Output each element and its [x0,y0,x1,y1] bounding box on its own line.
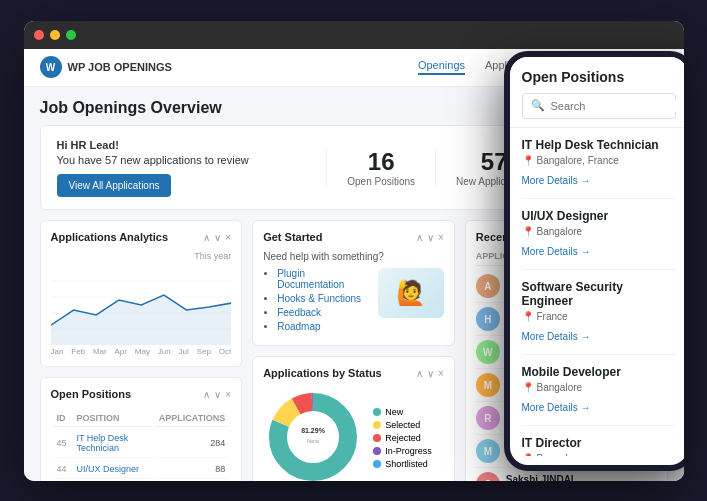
job-location: 📍 Bangalore [522,226,676,237]
donut-chart-container: 81.29% New New [263,387,444,480]
status-up[interactable]: ∧ [416,368,423,379]
get-started-content: Need help with something? Plugin Documen… [263,251,444,335]
avatar: H [476,307,500,331]
mobile-header: Open Positions 🔍 ≡ [510,57,684,128]
location-icon: 📍 [522,311,534,322]
mobile-title: Open Positions [522,69,676,85]
job-title: Mobile Developer [522,365,676,379]
job-location: 📍 France [522,311,676,322]
legend-in-progress: In-Progress [373,446,432,456]
started-down[interactable]: ∨ [427,232,434,243]
greeting: Hi HR Lead! [57,139,119,151]
get-started-links: Plugin Documentation Hooks & Functions F… [263,268,368,335]
started-close[interactable]: × [438,232,444,243]
job-title: UI/UX Designer [522,209,676,223]
donut-chart: 81.29% New [263,387,363,480]
mobile-screen: Open Positions 🔍 ≡ IT Help Desk Technici… [510,57,684,465]
legend-rejected: Rejected [373,433,432,443]
open-positions-number: 16 [347,148,415,176]
table-row: 45 IT Help Desk Technician 284 [53,429,230,458]
more-details-link[interactable]: More Details → [522,402,591,413]
maximize-button[interactable] [66,30,76,40]
logo-icon: W [40,56,62,78]
more-details-link[interactable]: More Details → [522,331,591,342]
app-name: WP JOB OPENINGS [68,61,172,73]
get-started-subtitle: Need help with something? [263,251,444,262]
analytics-close[interactable]: × [225,232,231,243]
status-down[interactable]: ∨ [427,368,434,379]
avatar: W [476,340,500,364]
open-positions-label: Open Positions [347,176,415,187]
app-logo: W WP JOB OPENINGS [40,56,172,78]
avatar: S [476,472,500,480]
list-item: IT Help Desk Technician 📍 Bangalore, Fra… [522,128,676,199]
job-title: IT Director [522,436,676,450]
list-item: IT Director 📍 Bangalore More Details → [522,426,676,456]
positions-down[interactable]: ∨ [214,389,221,400]
list-item: UI/UX Designer 📍 Bangalore More Details … [522,199,676,270]
status-card: Applications by Status ∧ ∨ × [252,356,455,480]
analytics-title: Applications Analytics [51,231,169,243]
avatar: A [476,274,500,298]
browser-titlebar [24,21,684,49]
link-plugin-docs[interactable]: Plugin Documentation [277,268,344,290]
location-icon: 📍 [522,382,534,393]
avatar: M [476,439,500,463]
table-row: 44 UI/UX Designer 88 [53,460,230,479]
close-button[interactable] [34,30,44,40]
legend-selected: Selected [373,420,432,430]
more-details-link[interactable]: More Details → [522,246,591,257]
legend-new: New [373,407,432,417]
svg-marker-4 [51,295,232,345]
svg-text:New: New [307,438,320,444]
analytics-up[interactable]: ∧ [203,232,210,243]
mobile-job-list: IT Help Desk Technician 📍 Bangalore, Fra… [510,128,684,456]
positions-title: Open Positions [51,388,132,400]
col-applications: APPLICATIONS [155,410,229,427]
job-location: 📍 Bangalore [522,453,676,456]
positions-close[interactable]: × [225,389,231,400]
col-id: ID [53,410,71,427]
stat-open-positions: 16 Open Positions [326,148,415,187]
col-position: POSITION [73,410,153,427]
message-text: You have 57 new applications to review [57,153,307,168]
list-item: Software Security Engineer 📍 France More… [522,270,676,355]
svg-point-10 [290,414,336,460]
chart-legend: New Selected Rejected [373,407,432,472]
legend-shortlisted: Shortlisted [373,459,432,469]
more-details-link[interactable]: More Details → [522,175,591,186]
chart-period: This year [51,251,232,261]
job-title: IT Help Desk Technician [522,138,676,152]
stats-message: Hi HR Lead! You have 57 new applications… [57,138,307,198]
minimize-button[interactable] [50,30,60,40]
chart-area [51,265,232,345]
search-icon: 🔍 [531,99,545,112]
link-feedback[interactable]: Feedback [277,307,321,318]
positions-up[interactable]: ∧ [203,389,210,400]
svg-text:81.29%: 81.29% [301,427,326,434]
get-started-title: Get Started [263,231,322,243]
search-input[interactable] [551,100,684,112]
list-item: Mobile Developer 📍 Bangalore More Detail… [522,355,676,426]
positions-table: ID POSITION APPLICATIONS 45 IT Help Desk… [51,408,232,480]
status-title: Applications by Status [263,367,382,379]
illustration: 🙋 [378,268,443,318]
open-positions-card: Open Positions ∧ ∨ × ID POSI [40,377,243,480]
mobile-search-bar[interactable]: 🔍 ≡ [522,93,676,119]
avatar: M [476,373,500,397]
job-location: 📍 Bangalore [522,382,676,393]
analytics-card: Applications Analytics ∧ ∨ × This year [40,220,243,367]
mobile-overlay: Open Positions 🔍 ≡ IT Help Desk Technici… [504,51,684,471]
link-hooks[interactable]: Hooks & Functions [277,293,361,304]
job-title: Software Security Engineer [522,280,676,308]
view-all-button[interactable]: View All Applications [57,174,172,197]
link-roadmap[interactable]: Roadmap [277,321,320,332]
chart-x-labels: Jan Feb Mar Apr May Jun Jul Sep Oct [51,347,232,356]
get-started-card: Get Started ∧ ∨ × Need help with somethi… [252,220,455,346]
analytics-down[interactable]: ∨ [214,232,221,243]
nav-openings[interactable]: Openings [418,59,465,75]
job-location: 📍 Bangalore, France [522,155,676,166]
status-close[interactable]: × [438,368,444,379]
avatar: R [476,406,500,430]
started-up[interactable]: ∧ [416,232,423,243]
